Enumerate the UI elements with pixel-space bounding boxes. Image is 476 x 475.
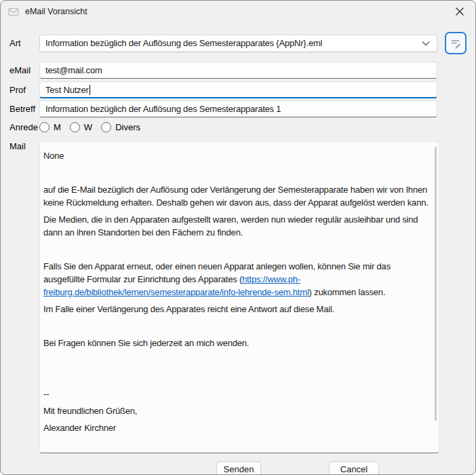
cancel-button[interactable]: Cancel — [329, 461, 379, 475]
email-row: eMail test@mail.com — [9, 62, 467, 79]
email-value: test@mail.com — [45, 65, 102, 75]
radio-option-m[interactable]: M — [39, 122, 61, 132]
close-button[interactable] — [444, 1, 475, 22]
art-row: Art Information bezüglich der Auflösung … — [9, 32, 467, 54]
radio-icon — [70, 122, 80, 132]
anrede-label: Anrede — [9, 122, 39, 132]
mail-blank-line — [43, 370, 429, 383]
text-caret — [90, 85, 90, 95]
envelope-icon — [8, 7, 19, 16]
betreff-value: Information bezüglich der Auflösung des … — [45, 104, 281, 114]
radio-label-m: M — [54, 122, 61, 132]
betreff-label: Betreff — [9, 104, 39, 114]
dialog-content: Art Information bezüglich der Auflösung … — [1, 32, 475, 475]
mail-paragraph: Im Falle einer Verlängerung des Apparate… — [43, 303, 429, 316]
prof-label: Prof — [9, 85, 39, 95]
prof-row: Prof Test Nutzer — [9, 81, 467, 98]
mail-blank-line — [43, 320, 429, 332]
edit-template-icon — [449, 37, 462, 50]
anrede-radio-group: M W Divers — [39, 122, 149, 132]
art-label: Art — [9, 38, 39, 48]
mail-paragraph: Bei Fragen können Sie sich jederzeit an … — [43, 337, 429, 349]
mail-paragraph-text: Falls Sie den Apparat erneut, oder einen… — [43, 261, 391, 284]
mail-blank-line — [43, 243, 429, 256]
betreff-row: Betreff Information bezüglich der Auflös… — [9, 100, 467, 117]
art-selected-value: Information bezüglich der Auflösung des … — [45, 38, 422, 48]
vertical-scrollbar[interactable] — [435, 147, 437, 421]
mail-paragraph: Mit freundlichen Grüßen, — [43, 404, 429, 417]
footer: Senden Cancel — [9, 453, 467, 475]
prof-input[interactable]: Test Nutzer — [39, 81, 437, 98]
mail-paragraph: -- — [43, 387, 429, 400]
titlebar: eMail Voransicht — [1, 1, 475, 22]
chevron-down-icon — [422, 41, 431, 46]
close-icon — [455, 7, 464, 16]
send-button[interactable]: Senden — [216, 461, 261, 475]
email-label: eMail — [9, 65, 39, 75]
mail-paragraph: Alexander Kirchner — [43, 421, 429, 434]
email-input[interactable]: test@mail.com — [39, 62, 437, 79]
mail-paragraph: auf die E-Mail bezüglich der Auflösung o… — [43, 183, 429, 209]
radio-option-w[interactable]: W — [70, 122, 92, 132]
mail-paragraph: Falls Sie den Apparat erneut, oder einen… — [43, 260, 429, 299]
prof-value: Test Nutzer — [45, 85, 89, 95]
mail-label: Mail — [9, 141, 39, 151]
mail-row: Mail Noneauf die E-Mail bezüglich der Au… — [9, 141, 467, 453]
radio-option-divers[interactable]: Divers — [101, 122, 140, 132]
radio-icon — [101, 122, 111, 132]
edit-template-button[interactable] — [445, 32, 467, 54]
mail-blank-line — [43, 166, 429, 179]
betreff-input[interactable]: Information bezüglich der Auflösung des … — [39, 100, 437, 117]
window-title: eMail Voransicht — [25, 7, 87, 16]
art-template-select[interactable]: Information bezüglich der Auflösung des … — [39, 35, 437, 52]
mail-paragraph-text: ) zukommen lassen. — [309, 287, 386, 297]
radio-label-w: W — [84, 122, 92, 132]
mail-paragraph: None — [43, 149, 429, 162]
mail-blank-line — [43, 354, 429, 366]
email-preview-dialog: eMail Voransicht Art Information bezügli… — [0, 0, 476, 475]
mail-paragraph: Die Medien, die in den Apparaten aufgest… — [43, 213, 429, 239]
anrede-row: Anrede M W Divers — [9, 119, 467, 134]
radio-label-divers: Divers — [115, 122, 140, 132]
mail-body-textarea[interactable]: Noneauf die E-Mail bezüglich der Auflösu… — [39, 141, 439, 453]
mail-body: Noneauf die E-Mail bezüglich der Auflösu… — [43, 149, 429, 434]
radio-icon — [39, 122, 49, 132]
